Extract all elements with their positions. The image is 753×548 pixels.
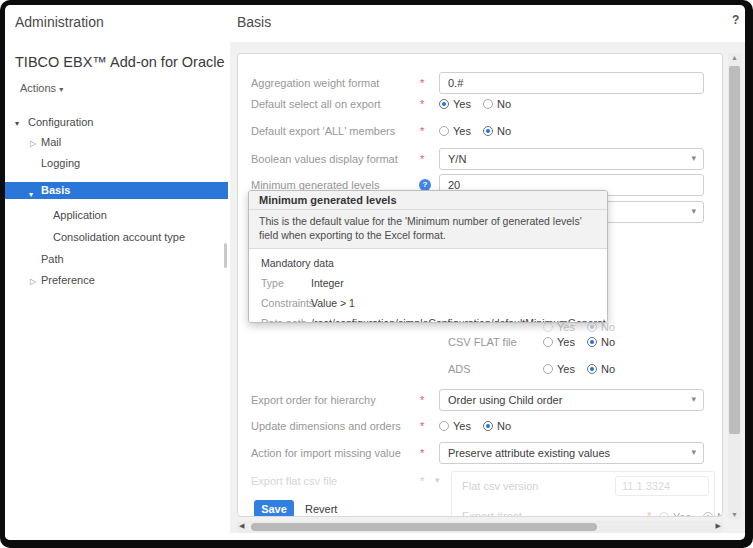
page-title: Basis (237, 14, 271, 30)
flat-csv-version-input[interactable] (615, 476, 709, 496)
radio-no[interactable]: No (587, 363, 615, 375)
collapsed-arrow-icon[interactable]: ▷ (30, 137, 36, 151)
sidebar-item-configuration[interactable]: ▾ Configuration (5, 115, 228, 129)
export-order-select[interactable]: Order using Child order (439, 389, 704, 411)
radio-yes[interactable]: Yes (543, 336, 575, 348)
window-frame: Administration Basis ? TIBCO EBX™ Add-on… (0, 0, 753, 548)
radio-icon[interactable] (543, 322, 553, 332)
group-collapse-icon[interactable]: ▾ (435, 475, 440, 485)
radio-yes[interactable]: Yes (659, 511, 691, 517)
expanded-arrow-icon[interactable]: ▾ (29, 186, 33, 203)
radio-yes[interactable]: Yes (439, 420, 471, 432)
required-marker: * (420, 98, 424, 110)
radio-no[interactable]: No (483, 420, 511, 432)
field-label: Export flat csv file (251, 475, 337, 487)
field-aggregation-weight-format: Aggregation weight format * (238, 72, 722, 94)
help-icon[interactable]: ? (732, 13, 739, 27)
required-marker: * (647, 510, 651, 517)
radio-no[interactable]: No (483, 98, 511, 110)
required-marker: * (420, 77, 424, 89)
radio-icon[interactable] (439, 126, 449, 136)
scroll-right-icon[interactable]: ▶ (716, 522, 721, 530)
field-default-export-all: Default export 'ALL' members * Yes No (238, 124, 722, 138)
field-label: Action for import missing value (251, 447, 401, 459)
vertical-scrollbar[interactable]: ▲ ▼ (728, 53, 741, 519)
tooltip-title: Minimum generated levels (249, 191, 607, 210)
radio-icon[interactable] (483, 99, 493, 109)
scroll-up-icon[interactable]: ▲ (728, 54, 741, 61)
sidebar-item-application[interactable]: Application (5, 208, 228, 222)
sidebar-item-preference[interactable]: ▷ Preference (5, 273, 228, 287)
actions-label: Actions (20, 82, 56, 94)
tooltip-section-title: Mandatory data (249, 254, 607, 273)
horizontal-scrollbar-thumb[interactable] (251, 523, 597, 531)
radio-yes[interactable]: Yes (543, 363, 575, 375)
radio-icon[interactable] (543, 337, 553, 347)
field-label: Default export 'ALL' members (251, 125, 395, 137)
horizontal-scrollbar[interactable]: ◀ ▶ (237, 521, 723, 533)
vertical-scrollbar-thumb[interactable] (729, 66, 740, 434)
radio-yes[interactable]: Yes (439, 98, 471, 110)
tooltip-description: This is the default value for the 'Minim… (249, 210, 607, 249)
field-boolean-display-format: Boolean values display format * Y/N (238, 148, 722, 170)
field-update-dimensions: Update dimensions and orders * Yes No (238, 419, 722, 433)
expanded-arrow-icon[interactable]: ▾ (15, 117, 19, 131)
radio-icon[interactable] (587, 364, 597, 374)
sidebar-item-path[interactable]: Path (5, 252, 228, 266)
boolean-format-select[interactable]: Y/N (439, 148, 704, 170)
required-marker: * (420, 394, 424, 406)
chevron-down-icon: ▾ (59, 85, 63, 94)
field-default-select-all: Default select all on export * Yes No (238, 97, 722, 111)
radio-no[interactable]: No (703, 511, 723, 517)
save-button[interactable]: Save (254, 500, 294, 517)
collapsed-arrow-icon[interactable]: ▷ (30, 275, 36, 289)
radio-icon[interactable] (587, 337, 597, 347)
field-label: CSV FLAT file (448, 336, 517, 348)
field-label: Default select all on export (251, 98, 381, 110)
radio-yes[interactable]: Yes (439, 125, 471, 137)
scroll-down-icon[interactable]: ▼ (728, 511, 741, 518)
sidebar-item-logging[interactable]: Logging (5, 156, 228, 170)
field-action-import-missing: Action for import missing value * Preser… (238, 442, 722, 464)
field-help-tooltip: Minimum generated levels This is the def… (248, 190, 608, 323)
radio-icon[interactable] (703, 512, 713, 517)
sidebar-item-mail[interactable]: ▷ Mail (5, 135, 228, 149)
field-label: Flat csv version (462, 480, 538, 492)
admin-title: Administration (15, 14, 104, 30)
sidebar-item-basis[interactable]: ▾ Basis (5, 182, 228, 199)
sidebar: TIBCO EBX™ Add-on for Oracle Actions ▾ ▾… (5, 42, 230, 540)
radio-icon[interactable] (659, 512, 669, 517)
field-label: Export order for hierarchy (251, 394, 376, 406)
scroll-left-icon[interactable]: ◀ (239, 522, 244, 530)
field-export-order-hierarchy: Export order for hierarchy * Order using… (238, 389, 722, 411)
radio-icon[interactable] (587, 322, 597, 332)
app-title: TIBCO EBX™ Add-on for Oracle (15, 54, 225, 70)
radio-icon[interactable] (483, 126, 493, 136)
sidebar-scrollbar-thumb[interactable] (224, 243, 227, 268)
tooltip-row-constraints: Constraints Value > 1 (249, 293, 607, 313)
field-csv-flat-file: CSV FLAT file Yes No (238, 335, 722, 349)
aggregation-weight-format-input[interactable] (439, 72, 704, 94)
field-label: Export #root (462, 510, 522, 517)
tooltip-body: Mandatory data Type Integer Constraints … (249, 249, 607, 323)
required-marker: * (420, 125, 424, 137)
radio-icon[interactable] (439, 421, 449, 431)
required-marker: * (420, 447, 424, 459)
radio-icon[interactable] (543, 364, 553, 374)
field-ads: ADS Yes No (238, 362, 722, 376)
radio-icon[interactable] (483, 421, 493, 431)
field-label: ADS (448, 363, 471, 375)
field-label: Update dimensions and orders (251, 420, 401, 432)
required-marker: * (420, 475, 424, 487)
action-import-select[interactable]: Preserve attribute existing values (439, 442, 704, 464)
field-label: Aggregation weight format (251, 77, 379, 89)
revert-button[interactable]: Revert (305, 503, 337, 515)
actions-menu-button[interactable]: Actions ▾ (20, 82, 63, 94)
required-marker: * (420, 420, 424, 432)
radio-icon[interactable] (439, 99, 449, 109)
app-window: Administration Basis ? TIBCO EBX™ Add-on… (5, 5, 745, 540)
radio-no[interactable]: No (483, 125, 511, 137)
radio-no[interactable]: No (587, 336, 615, 348)
sidebar-item-consolidation-account-type[interactable]: Consolidation account type (5, 230, 228, 244)
field-label: Boolean values display format (251, 153, 398, 165)
